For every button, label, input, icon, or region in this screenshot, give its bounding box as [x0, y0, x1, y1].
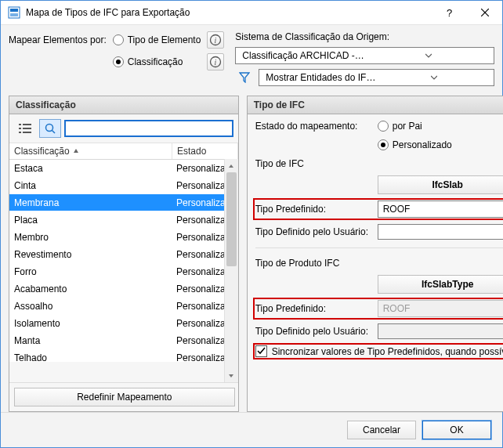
user-type-label-2: Tipo Definido pelo Usuário:	[255, 326, 373, 337]
scrollbar[interactable]	[224, 159, 238, 382]
help-button[interactable]: ?	[432, 1, 467, 24]
user-type-input-2	[378, 323, 503, 339]
col-header-classification[interactable]: Classificação	[9, 143, 172, 159]
product-type-section-label: Tipo de Produto IFC	[255, 258, 503, 269]
radio-classification[interactable]: Classificação	[113, 56, 201, 67]
table-row[interactable]: MantaPersonaliza...	[9, 332, 238, 349]
ok-button[interactable]: OK	[422, 421, 491, 439]
app-icon	[7, 5, 21, 20]
classification-panel: Classificação Classificação	[9, 96, 239, 412]
svg-rect-2	[10, 13, 18, 16]
mapping-state-label: Estado do mapeamento:	[255, 121, 373, 132]
origin-dropdown[interactable]: Classificação ARCHICAD - v 2.0	[235, 47, 494, 64]
button-bar: Cancelar OK	[1, 412, 502, 447]
table-row[interactable]: AcabamentoPersonaliza...	[9, 280, 238, 298]
svg-text:i: i	[215, 36, 217, 45]
radio-custom[interactable]: Personalizado	[378, 139, 452, 150]
dialog-window: Mapa de Tipos de IFC para Exportação ? M…	[0, 0, 503, 448]
cell-classification: Assoalho	[9, 301, 172, 312]
cell-classification: Revestimento	[9, 249, 172, 260]
table-row[interactable]: TelhadoPersonaliza...	[9, 349, 238, 362]
titlebar: Mapa de Tipos de IFC para Exportação ?	[1, 1, 502, 25]
user-type-label-1: Tipo Definido pelo Usuário:	[255, 226, 373, 237]
origin-group: Sistema de Classificação da Origem: Clas…	[235, 31, 494, 86]
ifc-type-section-label: Tipo de IFC	[255, 158, 503, 169]
svg-rect-1	[10, 9, 18, 12]
radio-by-parent[interactable]: por Pai	[378, 121, 452, 132]
sync-label: Sincronizar valores de Tipo Predefinidos…	[272, 346, 503, 357]
window-title: Mapa de Tipos de IFC para Exportação	[26, 7, 432, 18]
predefined-type-dropdown-1[interactable]: ROOF	[378, 201, 503, 218]
svg-rect-11	[19, 128, 21, 129]
map-by-label: Mapear Elementos por:	[9, 34, 107, 45]
cell-classification: Manta	[9, 335, 172, 346]
cell-classification: Placa	[9, 215, 172, 226]
table-row[interactable]: AssoalhoPersonaliza...	[9, 298, 238, 315]
cell-classification: Telhado	[9, 352, 172, 363]
table-row[interactable]: IsolamentoPersonaliza...	[9, 315, 238, 332]
rows-container[interactable]: EstacaPersonaliza...CintaPersonaliza...M…	[9, 160, 238, 362]
close-button[interactable]	[467, 1, 502, 24]
radio-element-type[interactable]: Tipo de Elemento	[113, 34, 201, 45]
search-mode-button[interactable]	[39, 119, 61, 138]
table-row[interactable]: EstacaPersonaliza...	[9, 160, 238, 177]
user-type-input-1[interactable]	[378, 224, 503, 240]
origin-label: Sistema de Classificação da Origem:	[235, 31, 494, 42]
predefined-type-row-2: Tipo Predefinido: ROOF	[255, 300, 503, 317]
cell-classification: Estaca	[9, 163, 172, 174]
predefined-type-dropdown-2: ROOF	[378, 300, 503, 317]
chevron-down-icon	[367, 52, 490, 59]
table-row[interactable]: CintaPersonaliza...	[9, 177, 238, 194]
svg-point-15	[46, 125, 53, 132]
table-row[interactable]: MembroPersonaliza...	[9, 229, 238, 246]
ifc-type-panel-title: Tipo de IFC	[248, 96, 503, 114]
info-button-classification[interactable]: i	[207, 53, 224, 70]
sort-asc-icon	[73, 148, 79, 154]
svg-rect-10	[23, 124, 31, 125]
sync-checkbox[interactable]	[255, 345, 267, 357]
scroll-thumb[interactable]	[226, 172, 237, 266]
svg-rect-12	[23, 128, 31, 129]
svg-rect-13	[19, 132, 21, 133]
cell-classification: Acabamento	[9, 284, 172, 294]
scroll-up-button[interactable]	[225, 159, 238, 172]
classification-list: Classificação Estado EstacaPersonaliza..…	[9, 143, 238, 382]
classification-panel-title: Classificação	[9, 96, 238, 114]
sync-row: Sincronizar valores de Tipo Predefinidos…	[255, 345, 503, 357]
cancel-button[interactable]: Cancelar	[347, 421, 416, 439]
product-type-selector[interactable]: IfcSlabType▸	[378, 275, 503, 294]
svg-line-16	[52, 131, 56, 134]
search-input[interactable]	[64, 120, 233, 137]
map-by-group: Mapear Elementos por: Tipo de Elemento i…	[9, 31, 224, 70]
cell-classification: Membro	[9, 232, 172, 243]
svg-text:i: i	[215, 58, 217, 67]
svg-rect-9	[19, 124, 21, 125]
cell-classification: Cinta	[9, 180, 172, 191]
predefined-type-row-1: Tipo Predefinido: ROOF	[255, 201, 503, 218]
filter-dropdown[interactable]: Mostrar Entidades do IFC para o Esquema …	[259, 69, 494, 86]
cell-classification: Forro	[9, 266, 172, 277]
tree-view-button[interactable]	[14, 119, 36, 138]
table-row[interactable]: RevestimentoPersonaliza...	[9, 246, 238, 263]
content-area: Mapear Elementos por: Tipo de Elemento i…	[1, 25, 502, 412]
table-row[interactable]: ForroPersonaliza...	[9, 263, 238, 280]
filter-icon[interactable]	[235, 72, 254, 83]
ifc-type-selector[interactable]: IfcSlab▸	[378, 175, 503, 194]
table-row[interactable]: PlacaPersonaliza...	[9, 211, 238, 229]
cell-classification: Isolamento	[9, 318, 172, 329]
scroll-down-button[interactable]	[225, 369, 238, 382]
info-button-element-type[interactable]: i	[207, 31, 224, 49]
reset-mapping-button[interactable]: Redefinir Mapeamento	[14, 388, 235, 406]
chevron-down-icon	[378, 74, 490, 81]
ifc-type-panel: Tipo de IFC Estado do mapeamento: por Pa…	[247, 96, 503, 412]
col-header-state[interactable]: Estado	[172, 143, 238, 159]
table-row[interactable]: MembranaPersonaliza...	[9, 194, 238, 211]
cell-classification: Membrana	[9, 197, 172, 208]
svg-rect-14	[23, 132, 31, 133]
